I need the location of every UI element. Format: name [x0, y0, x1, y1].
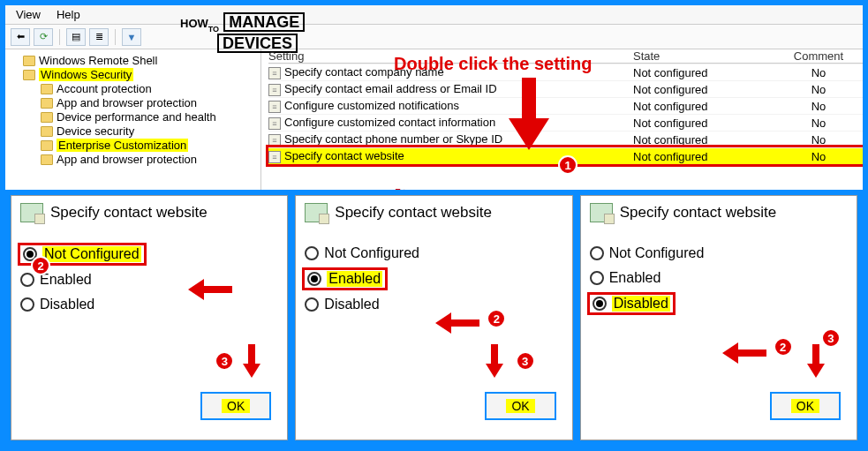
- dialog-enabled: Specify contact website Not Configured E…: [295, 195, 572, 440]
- folder-icon: [23, 70, 35, 80]
- setting-row[interactable]: ≡Specify contact phone number or Skype I…: [268, 131, 863, 147]
- folder-icon: [41, 140, 53, 151]
- setting-row[interactable]: ≡Specify contact email address or Email …: [268, 80, 863, 97]
- menu-view[interactable]: View: [16, 8, 41, 21]
- tree-item[interactable]: Windows Remote Shell: [11, 54, 255, 67]
- setting-icon: ≡: [268, 67, 281, 79]
- folder-icon: [41, 84, 53, 94]
- folder-icon: [41, 154, 53, 165]
- radio-enabled[interactable]: Enabled: [590, 270, 848, 286]
- dialog-icon: [590, 203, 613, 222]
- toolbar-back-icon[interactable]: ⬅: [11, 28, 30, 46]
- badge-2: 2: [487, 309, 506, 328]
- radio-icon: [593, 297, 607, 311]
- toolbar-sep: [115, 29, 116, 45]
- badge-3: 3: [215, 351, 234, 371]
- radio-icon: [307, 272, 321, 286]
- toolbar-grid-icon[interactable]: ▤: [66, 28, 86, 46]
- toolbar-refresh-icon[interactable]: ⟳: [34, 28, 53, 46]
- dialog-disabled: Specify contact website Not Configured E…: [580, 195, 857, 440]
- arrow-down-icon: [509, 78, 549, 150]
- dialog-title: Specify contact website: [50, 204, 208, 222]
- badge-3: 3: [821, 328, 841, 348]
- tree-item[interactable]: Device performance and health: [11, 110, 255, 124]
- col-state[interactable]: State: [633, 49, 774, 63]
- bottom-panels: Specify contact website Not Configured E…: [5, 190, 863, 446]
- menu-help[interactable]: Help: [57, 8, 80, 21]
- radio-disabled[interactable]: Disabled: [305, 297, 562, 312]
- toolbar-filter-icon[interactable]: ▼: [122, 28, 141, 46]
- radio-icon: [20, 297, 34, 312]
- folder-icon: [41, 112, 53, 123]
- setting-icon: ≡: [268, 84, 281, 96]
- badge-3: 3: [516, 351, 535, 371]
- ok-button[interactable]: OK: [485, 392, 555, 420]
- radio-disabled[interactable]: Disabled: [20, 297, 278, 312]
- radio-disabled[interactable]: Disabled: [590, 295, 848, 312]
- folder-icon: [41, 126, 53, 137]
- radio-not-configured[interactable]: Not Configured: [20, 245, 278, 263]
- tree-item[interactable]: Enterprise Customization: [11, 139, 255, 152]
- badge-1: 1: [558, 155, 577, 175]
- radio-icon: [590, 271, 604, 285]
- arrow-down-icon: [243, 344, 260, 378]
- annotation-title: Double click the setting: [394, 54, 592, 74]
- dialog-not-configured: Specify contact website Not Configured E…: [11, 195, 288, 440]
- menu-bar: View Help: [5, 5, 863, 25]
- setting-icon: ≡: [268, 134, 281, 147]
- radio-icon: [20, 273, 34, 287]
- setting-icon: ≡: [268, 101, 281, 113]
- setting-icon: ≡: [268, 151, 281, 163]
- col-comment[interactable]: Comment: [774, 49, 863, 63]
- radio-not-configured[interactable]: Not Configured: [305, 245, 562, 261]
- setting-row[interactable]: ≡Configure customized notifications Not …: [268, 97, 863, 114]
- arrow-left-icon: [722, 342, 766, 364]
- toolbar-sep: [59, 29, 60, 45]
- badge-2: 2: [31, 256, 50, 275]
- setting-icon: ≡: [268, 117, 281, 130]
- radio-enabled[interactable]: Enabled: [20, 272, 278, 288]
- radio-icon: [590, 246, 604, 260]
- tree-item[interactable]: Windows Security: [11, 68, 255, 81]
- tree-item[interactable]: Device security: [11, 124, 255, 138]
- toolbar: ⬅ ⟳ ▤ ≣ ▼: [5, 25, 863, 49]
- radio-not-configured[interactable]: Not Configured: [590, 245, 848, 261]
- radio-enabled[interactable]: Enabled: [305, 270, 562, 288]
- dialog-icon: [305, 203, 328, 222]
- ok-button[interactable]: OK: [200, 392, 271, 420]
- folder-icon: [23, 56, 35, 66]
- ok-button[interactable]: OK: [770, 392, 841, 420]
- badge-2: 2: [774, 337, 793, 357]
- setting-row[interactable]: ≡Configure customized contact informatio…: [268, 114, 863, 131]
- watermark-logo: HOWTO MANAGE DEVICES: [180, 12, 305, 55]
- folder-icon: [41, 98, 53, 109]
- tree-item[interactable]: App and browser protection: [11, 96, 255, 109]
- radio-icon: [305, 246, 319, 260]
- tree-item[interactable]: App and browser protection: [11, 153, 255, 166]
- dialog-icon: [20, 203, 43, 222]
- arrow-left-icon: [435, 312, 479, 334]
- arrow-down-icon: [807, 344, 825, 378]
- arrow-down-icon: [486, 344, 503, 378]
- tree-item[interactable]: Account protection: [11, 82, 255, 95]
- arrow-left-icon: [188, 279, 232, 300]
- dialog-title: Specify contact website: [620, 204, 777, 222]
- dialog-title: Specify contact website: [335, 204, 492, 222]
- radio-icon: [305, 297, 319, 312]
- toolbar-list-icon[interactable]: ≣: [89, 28, 109, 46]
- nav-tree: Windows Remote Shell Windows Security Ac…: [5, 49, 261, 208]
